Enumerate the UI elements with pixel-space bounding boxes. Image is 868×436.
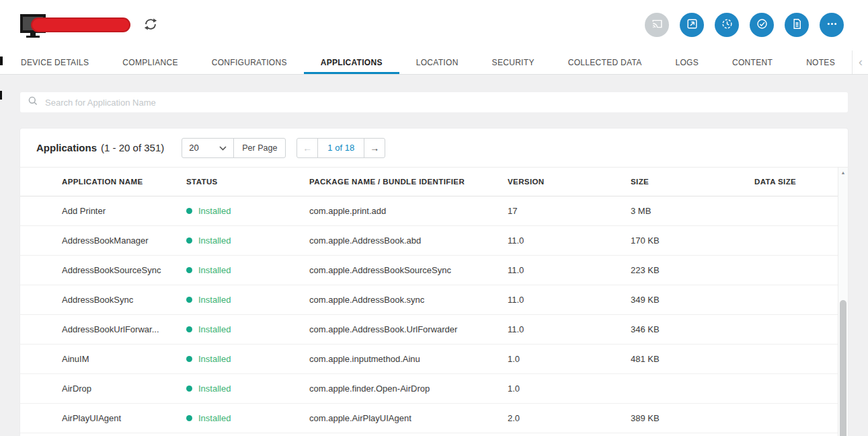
- app-name: Add Printer: [62, 206, 186, 216]
- file-icon: [791, 17, 803, 33]
- table-row[interactable]: AddressBookManager Installed com.apple.A…: [20, 226, 848, 256]
- status-dot-icon: [186, 208, 192, 214]
- app-name: AddressBookManager: [62, 235, 186, 246]
- table-row[interactable]: AddressBookSourceSync Installed com.appl…: [20, 256, 848, 285]
- column-version: VERSION: [508, 178, 631, 186]
- app-version: 11.0: [508, 265, 631, 275]
- table-row[interactable]: AirPlayUIAgent Installed com.apple.AirPl…: [20, 404, 848, 433]
- search-input[interactable]: [44, 97, 840, 108]
- app-status: Installed: [186, 206, 309, 216]
- app-package: com.apple.AddressBook.UrlForwarder: [309, 324, 508, 334]
- app-status: Installed: [186, 324, 309, 334]
- status-dot-icon: [186, 415, 192, 421]
- tab-scroll-left-icon[interactable]: ‹: [852, 50, 868, 74]
- table-row[interactable]: Add Printer Installed com.apple.print.ad…: [20, 196, 848, 226]
- table-scrollbar[interactable]: ▲: [838, 168, 848, 436]
- cast-icon: [651, 17, 664, 33]
- status-dot-icon: [186, 267, 192, 273]
- tab-applications[interactable]: APPLICATIONS: [304, 50, 399, 74]
- per-page-value: 20: [189, 143, 198, 153]
- app-version: 11.0: [508, 324, 631, 334]
- app-status: Installed: [186, 384, 309, 394]
- table-row[interactable]: AddressBookSync Installed com.apple.Addr…: [20, 285, 848, 315]
- status-label: Installed: [198, 265, 231, 275]
- application-search: [20, 92, 848, 112]
- more-icon: [826, 17, 838, 33]
- app-package: com.apple.AddressBook.sync: [309, 295, 508, 305]
- refresh-icon: [143, 17, 158, 34]
- status-dot-icon: [186, 238, 192, 244]
- table-row[interactable]: AinuIM Installed com.apple.inputmethod.A…: [20, 344, 848, 374]
- refresh-button[interactable]: [143, 17, 159, 34]
- app-name: AirPlayUIAgent: [62, 413, 186, 423]
- left-edge-artifact: [0, 57, 3, 65]
- app-size: 389 KB: [631, 413, 754, 423]
- app-package: com.apple.inputmethod.Ainu: [309, 354, 508, 364]
- app-version: 1.0: [508, 384, 631, 394]
- device-action-buttons: [645, 13, 844, 37]
- table-row[interactable]: AirDrop Installed com.apple.finder.Open-…: [20, 374, 848, 404]
- status-dot-icon: [186, 326, 192, 332]
- status-dot-icon: [186, 386, 192, 392]
- tab-security[interactable]: SECURITY: [475, 50, 551, 74]
- chevron-down-icon: [219, 143, 227, 153]
- tab-collected-data[interactable]: COLLECTED DATA: [551, 50, 659, 74]
- tab-notes[interactable]: NOTES: [789, 50, 852, 74]
- device-tabs: DEVICE DETAILS COMPLIANCE CONFIGURATIONS…: [0, 50, 868, 75]
- app-name: AddressBookSync: [62, 295, 186, 305]
- column-application-name: APPLICATION NAME: [62, 178, 186, 186]
- tab-logs[interactable]: LOGS: [658, 50, 715, 74]
- app-size: 481 KB: [631, 354, 754, 364]
- sync-clock-icon: [721, 17, 734, 33]
- app-name: AddressBookUrlForwar...: [62, 324, 186, 334]
- page-indicator: 1 of 18: [317, 139, 364, 157]
- app-version: 2.0: [508, 413, 631, 423]
- applications-tab-content: Applications(1 - 20 of 351) 20 Per Page …: [0, 75, 868, 436]
- app-size: 223 KB: [631, 265, 754, 275]
- more-actions-button[interactable]: [820, 13, 844, 37]
- applications-title: Applications(1 - 20 of 351): [36, 142, 164, 153]
- sync-button[interactable]: [715, 13, 739, 37]
- tab-location[interactable]: LOCATION: [399, 50, 475, 74]
- per-page-control: 20 Per Page: [182, 138, 286, 158]
- applications-card: Applications(1 - 20 of 351) 20 Per Page …: [20, 129, 848, 436]
- status-label: Installed: [198, 206, 231, 216]
- app-name: AddressBookSourceSync: [62, 265, 186, 275]
- remote-cast-button[interactable]: [645, 13, 669, 37]
- scrollbar-thumb[interactable]: [840, 300, 846, 436]
- status-label: Installed: [198, 235, 231, 246]
- app-status: Installed: [186, 354, 309, 364]
- app-status: Installed: [186, 413, 309, 423]
- app-version: 11.0: [508, 235, 631, 246]
- app-version: 17: [508, 206, 631, 216]
- tab-configurations[interactable]: CONFIGURATIONS: [195, 50, 304, 74]
- status-label: Installed: [198, 324, 231, 334]
- next-page-button[interactable]: →: [364, 139, 385, 157]
- app-name: AinuIM: [62, 354, 186, 364]
- applications-title-label: Applications: [36, 142, 97, 153]
- app-size: 346 KB: [631, 324, 754, 334]
- scroll-up-icon[interactable]: ▲: [838, 170, 848, 175]
- notes-button[interactable]: [785, 13, 809, 37]
- table-row[interactable]: AddressBookUrlForwar... Installed com.ap…: [20, 315, 848, 344]
- tab-device-details[interactable]: DEVICE DETAILS: [4, 50, 106, 74]
- per-page-select[interactable]: 20: [182, 139, 233, 157]
- column-package-name: PACKAGE NAME / BUNDLE IDENTIFIER: [309, 178, 508, 186]
- check-circle-icon: [756, 17, 768, 33]
- status-label: Installed: [198, 384, 231, 394]
- table-header: APPLICATION NAME STATUS PACKAGE NAME / B…: [20, 168, 848, 196]
- tab-scroll-controls: ‹ ›: [852, 50, 868, 74]
- previous-page-button[interactable]: ←: [297, 139, 317, 157]
- check-status-button[interactable]: [750, 13, 774, 37]
- tab-compliance[interactable]: COMPLIANCE: [106, 50, 194, 74]
- app-size: 170 KB: [631, 235, 754, 246]
- device-name-redaction: [31, 17, 130, 32]
- column-size: SIZE: [631, 178, 754, 186]
- per-page-label: Per Page: [233, 139, 285, 157]
- query-button[interactable]: [680, 13, 704, 37]
- app-package: com.apple.AirPlayUIAgent: [309, 413, 508, 423]
- tab-content[interactable]: CONTENT: [715, 50, 789, 74]
- column-data-size: DATA SIZE: [754, 178, 848, 186]
- app-status: Installed: [186, 295, 309, 305]
- app-package: com.apple.AddressBook.abd: [309, 235, 508, 246]
